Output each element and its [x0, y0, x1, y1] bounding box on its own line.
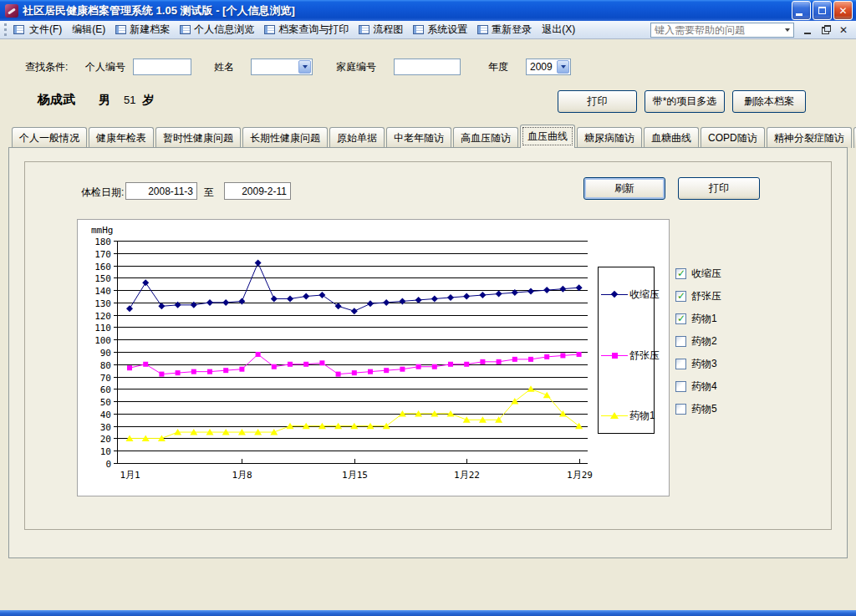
patient-age: 51: [124, 94, 135, 106]
chart-print-button[interactable]: 打印: [678, 177, 760, 200]
svg-text:100: 100: [94, 335, 111, 346]
svg-text:0: 0: [105, 459, 111, 470]
svg-text:50: 50: [100, 397, 111, 408]
minimize-icon: [796, 13, 802, 16]
series-checkbox-row[interactable]: 药物5: [675, 403, 776, 415]
tab[interactable]: 中老年随访: [386, 127, 451, 148]
person-row: 杨成武 男 51 岁 打印 带*的项目多选 删除本档案: [0, 89, 856, 114]
help-search-input[interactable]: [651, 23, 782, 37]
menu-item[interactable]: 流程图: [354, 21, 408, 38]
tab[interactable]: COPD随访: [701, 127, 765, 148]
series-checkbox-panel: 收缩压 舒张压 药物1 药物2: [675, 267, 776, 425]
tab-page-blood-pressure-curve: 体检日期: 2008-11-3 至 2009-2-11 刷新 打印 010203…: [8, 147, 848, 558]
date-from-input[interactable]: 2008-11-3: [125, 182, 197, 200]
svg-text:180: 180: [94, 237, 111, 247]
delete-record-button[interactable]: 删除本档案: [732, 90, 806, 113]
person-id-input[interactable]: [133, 59, 191, 75]
tab[interactable]: 高血压随访: [453, 127, 518, 148]
print-button[interactable]: 打印: [558, 90, 637, 113]
restore-icon: [818, 7, 826, 14]
checkbox-icon[interactable]: [675, 268, 686, 279]
legend-entry: 舒张压: [601, 349, 651, 363]
name-combobox[interactable]: [251, 59, 313, 75]
name-dropdown-arrow-icon[interactable]: [298, 60, 311, 74]
tab[interactable]: 血糖曲线: [644, 127, 699, 148]
series-checkbox-row[interactable]: 药物2: [675, 335, 776, 347]
svg-text:10: 10: [100, 446, 111, 457]
svg-text:170: 170: [94, 249, 111, 260]
menu-item[interactable]: 重新登录: [472, 21, 537, 38]
tab[interactable]: 原始单据: [329, 127, 385, 148]
mdi-minimize-icon: [804, 33, 811, 34]
form-icon: [477, 25, 488, 34]
help-search-box[interactable]: [650, 23, 794, 38]
menu-item[interactable]: 文件(F): [24, 21, 67, 38]
tab[interactable]: 健康年检表: [89, 127, 154, 148]
menu-item[interactable]: 编辑(E): [67, 21, 110, 38]
refresh-button[interactable]: 刷新: [583, 177, 665, 200]
criteria-label: 查找条件:: [25, 59, 68, 75]
restore-button[interactable]: [813, 1, 832, 20]
series-checkbox-row[interactable]: 舒张压: [675, 290, 776, 302]
close-button[interactable]: ✕: [833, 1, 853, 20]
checkbox-icon[interactable]: [675, 404, 686, 415]
menu-item[interactable]: 个人信息浏览: [175, 21, 259, 38]
tab[interactable]: 血压曲线: [520, 125, 575, 148]
svg-text:60: 60: [100, 384, 111, 395]
year-label: 年度: [488, 59, 508, 75]
legend-entry: 药物1: [601, 409, 651, 423]
family-id-input[interactable]: [394, 59, 461, 75]
mdi-minimize-button[interactable]: [802, 24, 814, 36]
series-checkbox-row[interactable]: 药物4: [675, 380, 776, 392]
help-dropdown-arrow-icon[interactable]: [782, 23, 793, 37]
family-id-label: 家庭编号: [336, 59, 376, 75]
form-icon: [180, 25, 191, 34]
checkbox-icon[interactable]: [675, 359, 686, 369]
tab[interactable]: 暂时性健康问题: [155, 127, 241, 148]
patient-age-unit: 岁: [142, 93, 154, 108]
toolbar-grip[interactable]: [4, 23, 9, 36]
svg-text:120: 120: [94, 311, 111, 322]
app-icon: [5, 4, 18, 18]
series-checkbox-row[interactable]: 药物1: [675, 313, 776, 324]
form-icon: [264, 25, 275, 34]
legend-entry: 收缩压: [601, 288, 651, 302]
mdi-restore-button[interactable]: [820, 24, 832, 36]
menu-bar: 文件(F) 编辑(E) 新建档案 个人信息浏览: [0, 21, 856, 39]
patient-name: 杨成武: [38, 92, 75, 108]
svg-text:mmHg: mmHg: [91, 225, 114, 236]
exam-date-label: 体检日期:: [81, 184, 124, 201]
minimize-button[interactable]: [792, 1, 811, 20]
date-to-input[interactable]: 2009-2-11: [224, 182, 291, 200]
legend-marker-icon: [601, 291, 628, 298]
year-dropdown-arrow-icon[interactable]: [557, 60, 569, 74]
mdi-child-icon: [13, 25, 24, 34]
series-checkbox-row[interactable]: 收缩压: [675, 267, 776, 279]
tab[interactable]: 长期性健康问题: [242, 127, 328, 148]
multi-select-button[interactable]: 带*的项目多选: [645, 90, 725, 113]
menu-item[interactable]: 退出(X): [537, 21, 580, 38]
legend-marker-icon: [601, 412, 628, 420]
svg-text:1月15: 1月15: [342, 470, 368, 481]
checkbox-icon[interactable]: [675, 291, 686, 302]
series-checkbox-row[interactable]: 药物3: [675, 358, 776, 369]
chart-panel: 体检日期: 2008-11-3 至 2009-2-11 刷新 打印 010203…: [24, 161, 832, 530]
search-criteria-row: 查找条件: 个人编号 姓名 家庭编号 年度 2009: [25, 59, 836, 77]
year-combobox[interactable]: 2009: [526, 59, 571, 75]
tab[interactable]: 个人一般情况: [12, 127, 87, 148]
checkbox-icon[interactable]: [675, 336, 686, 347]
svg-text:110: 110: [94, 323, 111, 333]
mdi-close-button[interactable]: ✕: [838, 24, 849, 36]
tab-strip: 个人一般情况 健康年检表 暂时性健康问题 长期性健康问题 原始单据 中老年随访: [12, 125, 849, 148]
menu-item[interactable]: 档案查询与打印: [259, 21, 354, 38]
tab[interactable]: 精神分裂症随访: [767, 127, 852, 148]
checkbox-icon[interactable]: [675, 381, 686, 392]
tab[interactable]: 糖尿病随访: [577, 127, 642, 148]
checkbox-icon[interactable]: [675, 313, 686, 324]
title-bar: 社区居民健康档案管理系统 1.05 测试版 - [个人信息浏览] ✕: [0, 0, 856, 21]
menu-item[interactable]: 新建档案: [110, 21, 175, 38]
menu-item[interactable]: 系统设置: [408, 21, 472, 38]
name-label: 姓名: [214, 59, 234, 75]
mdi-close-icon: ✕: [838, 24, 849, 36]
person-id-label: 个人编号: [85, 59, 125, 75]
